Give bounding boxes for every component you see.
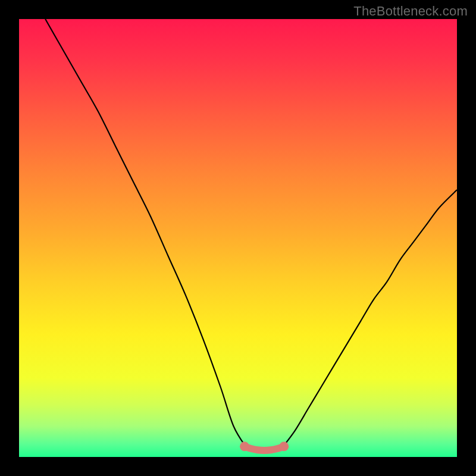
heat-gradient-background [19,19,457,457]
watermark-text: TheBottleneck.com [353,4,468,19]
gradient-rect [19,19,457,457]
chart-frame: TheBottleneck.com [0,0,476,476]
plot-area [19,19,457,457]
